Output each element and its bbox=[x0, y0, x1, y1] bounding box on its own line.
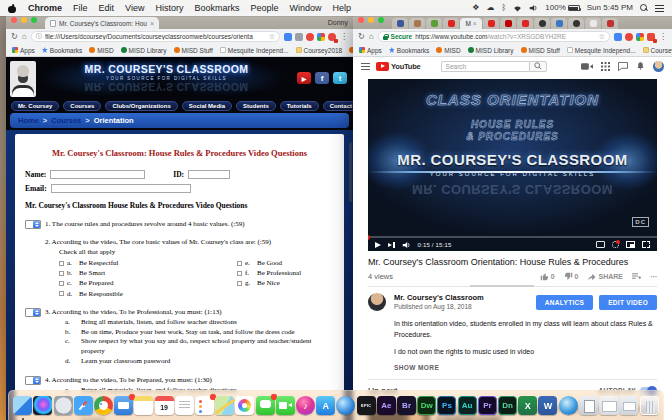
dock-photos-icon[interactable] bbox=[235, 396, 254, 415]
show-more-button[interactable]: SHOW MORE bbox=[394, 364, 657, 371]
dock-facetime-icon[interactable] bbox=[276, 396, 295, 415]
checkbox[interactable] bbox=[237, 281, 242, 286]
checkbox[interactable] bbox=[59, 261, 64, 266]
nav-social-media[interactable]: Social Media bbox=[182, 101, 232, 111]
volume-icon[interactable] bbox=[529, 4, 538, 12]
close-window-button[interactable] bbox=[358, 17, 364, 23]
youtube-icon[interactable]: ▶ bbox=[297, 72, 311, 84]
dock-messages-icon[interactable] bbox=[256, 396, 275, 415]
settings-icon[interactable] bbox=[612, 241, 619, 248]
nav-contact[interactable]: Contact bbox=[323, 101, 353, 111]
checkbox[interactable] bbox=[237, 271, 242, 276]
youtube-logo[interactable]: YouTube bbox=[376, 62, 421, 71]
video-player[interactable]: CLASS ORIENTATION HOUSE RULES & PROCEDUR… bbox=[368, 79, 657, 251]
email-field[interactable] bbox=[51, 184, 191, 193]
browser-tab[interactable] bbox=[426, 18, 442, 29]
fullscreen-icon[interactable] bbox=[642, 241, 650, 248]
bookmark-star-icon[interactable]: ☆ bbox=[599, 33, 605, 41]
dock-chrome-icon[interactable] bbox=[94, 396, 113, 415]
menu-bookmarks[interactable]: Bookmarks bbox=[194, 3, 239, 13]
youtube-menu-icon[interactable] bbox=[361, 63, 370, 70]
secure-lock-icon[interactable] bbox=[383, 34, 388, 40]
browser-tab[interactable] bbox=[551, 18, 567, 29]
menu-edit[interactable]: Edit bbox=[99, 3, 115, 13]
dock-folder-icon[interactable] bbox=[619, 396, 638, 415]
dock-dreamweaver-icon[interactable]: Dw bbox=[417, 396, 436, 415]
bookmark-item[interactable]: MISD Library bbox=[121, 47, 167, 54]
bookmark-item[interactable]: Mesquite Independ... bbox=[567, 47, 636, 54]
channel-avatar[interactable] bbox=[368, 293, 386, 311]
breadcrumb-home[interactable]: Home bbox=[18, 116, 39, 125]
dock-safari-icon[interactable] bbox=[74, 396, 93, 415]
extension-icon[interactable] bbox=[625, 33, 633, 41]
answer-select[interactable] bbox=[25, 220, 41, 229]
reload-icon[interactable]: ↻ bbox=[11, 33, 18, 41]
zoom-window-button[interactable] bbox=[378, 17, 384, 23]
cloud-status-icon[interactable]: ☁ bbox=[486, 4, 494, 12]
extension-icon[interactable] bbox=[306, 33, 314, 41]
channel-name[interactable]: Mr. Coursey's Classroom bbox=[394, 293, 484, 303]
analytics-button[interactable]: ANALYTICS bbox=[536, 295, 593, 310]
bookmark-item[interactable]: MISD bbox=[89, 47, 113, 54]
dislike-button[interactable]: 0 bbox=[564, 272, 579, 281]
dock-downloads-icon[interactable] bbox=[599, 396, 618, 415]
bookmark-folder[interactable]: Coursey2018 bbox=[643, 47, 672, 54]
dock-epic-games-icon[interactable]: EPIC bbox=[357, 396, 376, 415]
menu-chrome[interactable]: Chrome bbox=[28, 3, 62, 13]
menu-history[interactable]: History bbox=[155, 3, 183, 13]
bookmark-item[interactable]: MISD Library bbox=[468, 47, 514, 54]
more-actions-icon[interactable]: ⋯ bbox=[650, 273, 657, 281]
menu-people[interactable]: People bbox=[250, 3, 278, 13]
bookmark-item[interactable]: MISD Stuff bbox=[521, 47, 560, 54]
spotlight-search-icon[interactable] bbox=[640, 4, 648, 12]
youtube-search-button[interactable] bbox=[529, 61, 547, 72]
chrome-menu-icon[interactable]: ⋮ bbox=[659, 33, 667, 41]
miniplayer-icon[interactable] bbox=[626, 241, 635, 248]
bookmark-apps[interactable]: Apps bbox=[12, 47, 35, 54]
active-browser-tab[interactable]: M× bbox=[460, 18, 482, 29]
wifi-icon[interactable] bbox=[513, 5, 522, 12]
dock-excel-icon[interactable]: X bbox=[518, 396, 537, 415]
dock-reminders-icon[interactable] bbox=[195, 396, 214, 415]
apple-menu-icon[interactable] bbox=[8, 4, 16, 13]
dock-trash-icon[interactable] bbox=[640, 396, 659, 415]
dock-after-effects-icon[interactable]: Ae bbox=[377, 396, 396, 415]
checkbox[interactable] bbox=[59, 271, 64, 276]
dock-finder-icon[interactable] bbox=[13, 396, 32, 415]
id-field[interactable] bbox=[188, 170, 230, 179]
reload-icon[interactable]: ↻ bbox=[358, 33, 365, 41]
scrollbar[interactable] bbox=[349, 142, 352, 202]
edit-video-button[interactable]: EDIT VIDEO bbox=[599, 295, 657, 310]
close-window-button[interactable] bbox=[11, 17, 17, 23]
bookmark-star-icon[interactable]: ☆ bbox=[269, 33, 275, 41]
nav-students[interactable]: Students bbox=[236, 101, 276, 111]
tab-close-icon[interactable]: × bbox=[150, 20, 154, 27]
dock-siri-icon[interactable] bbox=[33, 396, 52, 415]
answer-select[interactable] bbox=[25, 308, 41, 317]
checkbox[interactable] bbox=[59, 291, 64, 296]
dock-maps-icon[interactable] bbox=[215, 396, 234, 415]
dock-photoshop-icon[interactable]: Ps bbox=[437, 396, 456, 415]
checkbox[interactable] bbox=[59, 281, 64, 286]
name-field[interactable] bbox=[50, 170, 145, 179]
browser-tab[interactable] bbox=[409, 18, 425, 29]
volume-icon[interactable] bbox=[402, 241, 411, 249]
dock-itunes-icon[interactable]: ♪ bbox=[296, 396, 315, 415]
dock-calendar-icon[interactable]: 19 bbox=[155, 396, 174, 415]
menu-view[interactable]: View bbox=[125, 3, 144, 13]
bookmark-item[interactable]: MISD Stuff bbox=[174, 47, 213, 54]
dock-earth-icon[interactable] bbox=[559, 396, 578, 415]
extension-icon[interactable] bbox=[295, 33, 303, 41]
bookmark-item[interactable]: Bookmarks bbox=[389, 47, 430, 54]
breadcrumb-courses[interactable]: Courses bbox=[51, 116, 81, 125]
notification-center-icon[interactable] bbox=[655, 5, 664, 12]
browser-tab[interactable] bbox=[534, 18, 550, 29]
notifications-bell-icon[interactable] bbox=[636, 61, 645, 71]
dock-bridge-icon[interactable]: Br bbox=[397, 396, 416, 415]
answer-select[interactable] bbox=[25, 376, 41, 385]
address-bar[interactable]: ⓘ file:///Users/dcoursey/Documents/cours… bbox=[31, 31, 280, 42]
dock-launchpad-icon[interactable] bbox=[54, 396, 73, 415]
chrome-profile-name[interactable]: Donny bbox=[328, 19, 348, 29]
battery-indicator[interactable]: 100% bbox=[545, 4, 579, 12]
extension-icon[interactable] bbox=[284, 33, 292, 41]
